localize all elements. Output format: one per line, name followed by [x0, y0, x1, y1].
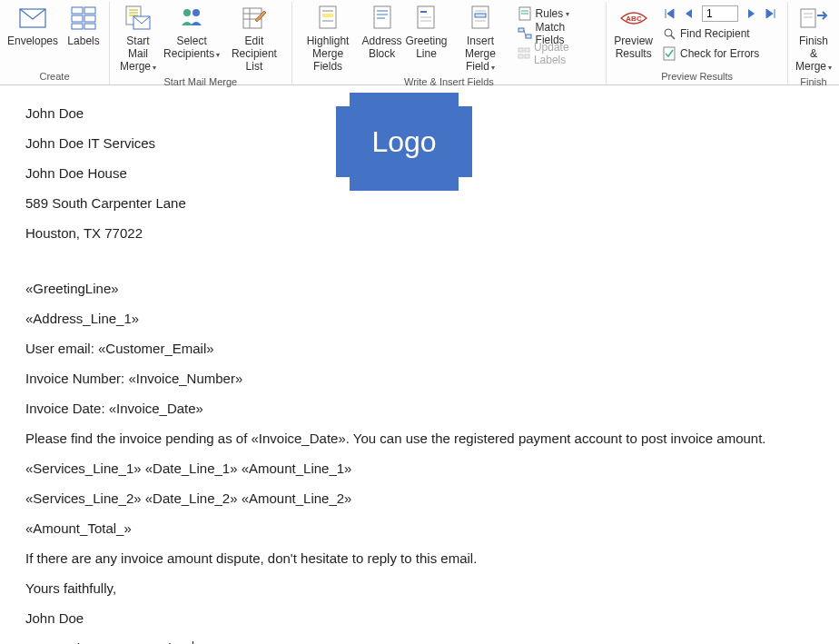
svg-rect-40 [525, 48, 529, 52]
svg-point-44 [665, 29, 672, 36]
rules-icon [518, 6, 532, 21]
svg-rect-6 [84, 24, 95, 29]
greeting-line-field: «GreetingLine» [25, 279, 814, 298]
labels-icon [69, 4, 98, 33]
edit-list-icon [240, 4, 269, 33]
start-mail-merge-label: Start Mail Merge▾ [117, 35, 159, 74]
closing-line: Yours faithfully, [25, 579, 814, 598]
edit-recipient-list-label: Edit Recipient List [224, 35, 283, 73]
group-create-label: Create [4, 69, 105, 84]
envelope-icon [18, 4, 47, 33]
preview-icon: ABC [619, 4, 648, 33]
check-errors-button[interactable]: Check for Errors [658, 44, 782, 64]
mail-merge-icon [123, 4, 153, 33]
recipients-icon [177, 4, 206, 33]
sender-city: Houston, TX 77022 [25, 223, 814, 243]
finish-merge-button[interactable]: Finish & Merge▾ [792, 2, 835, 74]
record-nav [658, 4, 782, 24]
address-block-icon [368, 4, 397, 33]
insert-field-label: Insert Merge Field▾ [452, 35, 508, 74]
svg-rect-39 [518, 48, 523, 52]
last-record-button[interactable] [764, 6, 778, 21]
svg-rect-20 [322, 14, 333, 17]
envelopes-button[interactable]: Envelopes [4, 2, 62, 47]
check-errors-icon [662, 46, 676, 61]
find-recipient-label: Find Recipient [680, 27, 750, 40]
greeting-line-button[interactable]: Greeting Line [404, 2, 449, 60]
svg-rect-3 [72, 15, 83, 22]
finish-label: Finish & Merge▾ [795, 35, 832, 74]
svg-rect-37 [518, 28, 524, 32]
update-labels-label: Update Labels [534, 41, 597, 66]
highlight-icon [313, 4, 342, 33]
svg-rect-32 [475, 14, 486, 17]
service-line-1: «Services_Line_1» «Date_Line_1» «Amount_… [25, 459, 814, 478]
match-fields-icon [518, 26, 532, 41]
document-body[interactable]: Logo John Doe John Doe IT Services John … [0, 85, 839, 644]
svg-line-45 [671, 35, 675, 39]
labels-button[interactable]: Labels [62, 2, 105, 47]
group-preview: ABC Preview Results Find Recipient [607, 2, 788, 84]
insert-merge-field-button[interactable]: Insert Merge Field▾ [449, 2, 511, 74]
ribbon: Envelopes Labels Create Start Mail Merge… [0, 0, 839, 85]
chevron-down-icon: ▾ [216, 51, 220, 59]
group-finish: Finish & Merge▾ Finish [788, 2, 839, 84]
highlight-merge-fields-button[interactable]: Highlight Merge Fields [296, 2, 360, 73]
select-recipients-label: Select Recipients▾ [163, 35, 220, 62]
svg-rect-2 [84, 7, 95, 14]
svg-text:ABC: ABC [626, 15, 642, 23]
prev-record-button[interactable] [682, 6, 696, 21]
service-line-2: «Services_Line_2» «Date_Line_2» «Amount_… [25, 489, 814, 508]
group-preview-label: Preview Results [610, 69, 784, 84]
find-recipient-button[interactable]: Find Recipient [658, 24, 782, 44]
intro-paragraph: Please find the invoice pending as of «I… [25, 429, 814, 448]
svg-rect-41 [518, 54, 523, 58]
envelopes-label: Envelopes [7, 35, 58, 47]
address-line-1-field: «Address_Line_1» [25, 309, 814, 328]
labels-label: Labels [67, 35, 99, 47]
group-start-mail-merge: Start Mail Merge▾ Select Recipients▾ Edi… [110, 2, 292, 84]
select-recipients-button[interactable]: Select Recipients▾ [163, 2, 221, 62]
amount-total-field: «Amount_Total_» [25, 519, 814, 538]
invoice-date-line: Invoice Date: «Invoice_Date» [25, 399, 814, 418]
svg-rect-42 [525, 54, 529, 58]
preview-results-button[interactable]: ABC Preview Results [610, 2, 656, 60]
first-record-button[interactable] [662, 6, 676, 21]
record-number-input[interactable] [702, 5, 738, 22]
dispute-paragraph: If there are any invoice amount dispute,… [25, 549, 814, 568]
svg-point-12 [183, 9, 191, 16]
svg-rect-1 [72, 7, 83, 14]
start-mail-merge-button[interactable]: Start Mail Merge▾ [114, 2, 163, 74]
svg-rect-46 [664, 47, 675, 60]
logo-text: Logo [371, 122, 436, 163]
update-labels-icon [518, 46, 530, 61]
highlight-label: Highlight Merge Fields [300, 35, 357, 73]
chevron-down-icon: ▾ [491, 64, 495, 72]
svg-rect-47 [801, 9, 815, 27]
svg-rect-4 [84, 15, 95, 22]
address-block-label: Address Block [362, 35, 402, 60]
svg-point-13 [192, 9, 200, 16]
edit-recipient-list-button[interactable]: Edit Recipient List [221, 2, 287, 73]
group-write-insert: Highlight Merge Fields Address Block Gre… [292, 2, 607, 84]
greeting-label: Greeting Line [405, 35, 447, 60]
svg-rect-22 [374, 6, 390, 28]
group-create: Envelopes Labels Create [0, 2, 110, 84]
next-record-button[interactable] [744, 6, 758, 21]
signer-title-line: CEO, John Doe IT Services [25, 639, 814, 644]
svg-rect-5 [72, 24, 83, 29]
insert-field-icon [466, 4, 495, 33]
greeting-icon [411, 4, 440, 33]
user-email-line: User email: «Customer_Email» [25, 339, 814, 358]
preview-label: Preview Results [614, 35, 653, 60]
signer-name: John Doe [25, 609, 814, 628]
logo-placeholder: Logo [336, 93, 472, 191]
chevron-down-icon: ▾ [828, 64, 832, 72]
svg-rect-38 [526, 35, 531, 38]
finish-icon [799, 4, 828, 33]
letter-body: «GreetingLine» «Address_Line_1» User ema… [25, 279, 814, 644]
invoice-number-line: Invoice Number: «Invoice_Number» [25, 369, 814, 388]
check-errors-label: Check for Errors [680, 47, 759, 60]
chevron-down-icon: ▾ [153, 64, 156, 72]
address-block-button[interactable]: Address Block [360, 2, 404, 60]
